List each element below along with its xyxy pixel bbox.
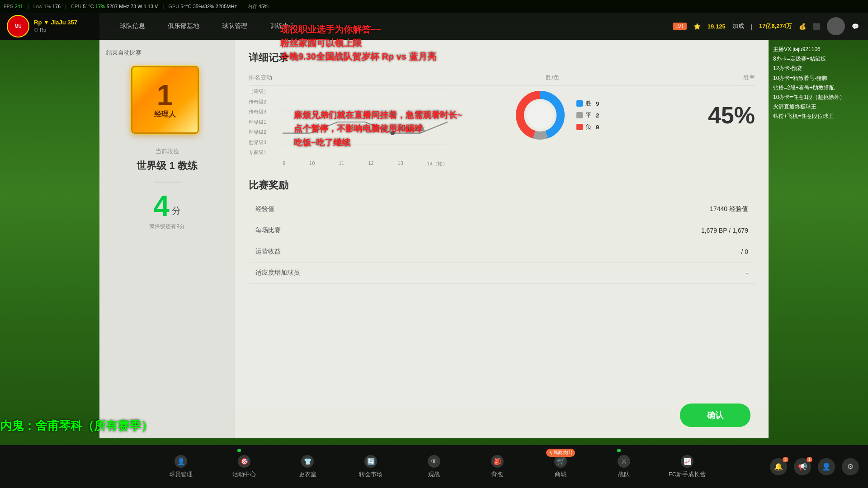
right-chat-item-7: 钻粉+飞机=任意段位球王 xyxy=(773,112,863,121)
confirm-button[interactable]: 确认 xyxy=(680,404,750,427)
player-manage-label: 球员管理 xyxy=(169,470,193,479)
x-label-4: 13 xyxy=(398,160,403,169)
spectate-label: 观战 xyxy=(428,470,440,479)
locker-icon: 👕 xyxy=(301,455,314,468)
nav-locker-room[interactable]: 👕 更衣室 xyxy=(276,445,339,488)
reward-value-3: - xyxy=(339,263,755,284)
points-note: 离保级还有9分 xyxy=(149,223,185,230)
win-rate-pct: 45% xyxy=(656,102,755,129)
nav-transfer[interactable]: 🔄 转会市场 xyxy=(339,445,402,488)
notifications-btn[interactable]: 🔔 2 xyxy=(770,458,787,475)
arrow-icon: ▼ xyxy=(43,19,49,26)
right-chat-item-3: 10办卡=精致看号-猪脚 xyxy=(773,74,863,83)
chart-area: （等级） 传奇级2 传奇级3 世界级1 世界级2 世界级3 专家级1 xyxy=(249,88,755,169)
right-chat-sidebar: 主播VX:jiaju921106 8办卡=定级赛+粘鼠板 12办卡-预赛 10办… xyxy=(773,45,863,122)
right-panel: 详细记录 排名变动 胜/负 胜率 （等级） 传奇级2 传奇级3 世界级1 世界级… xyxy=(235,40,769,438)
nav-training[interactable]: 训练中心 xyxy=(259,13,307,40)
fps-label: FPS xyxy=(4,4,13,9)
svg-text:世界级2教练: 世界级2教练 xyxy=(398,127,425,131)
trophy-area: 1 经理人 xyxy=(131,66,203,138)
nav-fc-growth[interactable]: 📈 FC新手成长营 xyxy=(656,445,719,488)
avatar[interactable] xyxy=(827,17,845,35)
x-label-3: 12 xyxy=(368,160,373,169)
reward-row-2: 运营收益 - / 0 xyxy=(249,241,755,263)
wl-legend: 胜 9 平 2 负 9 xyxy=(576,99,599,131)
right-chat-item-0: 主播VX:jiaju921106 xyxy=(773,45,863,54)
y-label-3: 世界级1 xyxy=(249,119,280,126)
backpack-label: 背包 xyxy=(491,470,503,479)
x-label-0: 9 xyxy=(283,160,285,169)
svg-point-7 xyxy=(390,131,395,135)
reward-label-1: 每场比赛 xyxy=(249,220,339,241)
settings-btn[interactable]: ⚙ xyxy=(842,458,859,475)
nav-club-base[interactable]: 俱乐部基地 xyxy=(156,13,211,40)
profile-btn[interactable]: 👤 xyxy=(818,458,835,475)
loss-count: 9 xyxy=(596,124,599,131)
team-label: 战队 xyxy=(618,470,630,479)
main-dialog: 结束自动比赛 1 经理人 当前段位 世界级 1 教练 4 分 离保级还有9分 详… xyxy=(99,40,769,438)
wl-col: 胜/负 xyxy=(451,74,654,82)
gpu-usage: 35%/32% xyxy=(193,4,214,9)
rank-divider xyxy=(154,182,181,183)
nav-team-manage[interactable]: 球队管理 xyxy=(211,13,259,40)
user-info: Rp ▼ JiaJu 357 ⬡ Rp xyxy=(34,19,77,34)
right-chat-item-1: 8办卡=定级赛+粘鼠板 xyxy=(773,55,863,63)
right-chat-item-2: 12办卡-预赛 xyxy=(773,64,863,73)
alerts-btn[interactable]: 📢 1 xyxy=(794,458,811,475)
total-coins: 17亿6,274万 xyxy=(759,22,792,30)
winrate-col: 胜率 xyxy=(654,74,755,82)
points-big: 4 xyxy=(153,192,170,221)
y-label-6: 专家级1 xyxy=(249,149,280,156)
reward-label-3: 适应度增加球员 xyxy=(249,263,339,284)
detail-title: 详细记录 xyxy=(249,51,755,65)
gpu-display: GPU 54°C 35%/32% 2285MHz xyxy=(168,4,237,9)
shop-label: 商城 xyxy=(555,470,566,479)
mem-label: 内存 xyxy=(247,3,257,10)
win-rate-area: 45% xyxy=(656,88,755,129)
nav-activity[interactable]: 🎯 活动中心 xyxy=(212,445,276,488)
fps-value: 241 xyxy=(14,4,23,9)
y-label-1: 传奇级2 xyxy=(249,99,280,105)
performance-bar: FPS 241 | Low 1% 176 | CPU 51°C 17% 5287… xyxy=(0,0,868,13)
nav-team-info[interactable]: 球队信息 xyxy=(108,13,156,40)
x-label-5: 14（轮） xyxy=(427,160,448,169)
nav-spectate[interactable]: 👁 观战 xyxy=(402,445,466,488)
points-display: 4 分 xyxy=(153,192,181,221)
low-label: Low 1% xyxy=(33,4,51,9)
team-dot xyxy=(617,449,621,452)
win-legend: 胜 9 xyxy=(576,99,599,108)
chat-icon[interactable]: 💬 xyxy=(852,23,859,30)
reward-row-3: 适应度增加球员 - xyxy=(249,263,755,284)
divider: | xyxy=(751,23,752,30)
chart-plot: 世界级2教练 xyxy=(283,88,448,156)
nav-shop[interactable]: 专属商城(1) 🛒 商城 xyxy=(529,445,592,488)
fps-display: FPS 241 xyxy=(4,4,23,9)
backpack-icon: 🎒 xyxy=(491,455,504,468)
nav-bar: 球队信息 俱乐部基地 球队管理 训练中心 LV1 ⭐ 19,125 加成 | 1… xyxy=(99,13,868,40)
rewards-table: 经验值 17440 经验值 每场比赛 1,679 BP / 1,679 运营收益… xyxy=(249,199,755,284)
win-label: 胜 xyxy=(585,99,591,108)
nav-team[interactable]: ⚔ 战队 xyxy=(592,445,656,488)
left-panel: 结束自动比赛 1 经理人 当前段位 世界级 1 教练 4 分 离保级还有9分 xyxy=(99,40,235,438)
rp-label2: Rp xyxy=(40,27,46,33)
draw-legend: 平 2 xyxy=(576,111,599,119)
cpu-label: CPU xyxy=(71,4,81,9)
end-match-button[interactable]: 结束自动比赛 xyxy=(106,49,142,57)
loss-label: 负 xyxy=(585,123,591,131)
nav-player-manage[interactable]: 👤 球员管理 xyxy=(149,445,212,488)
rp-sub: ⬡ Rp xyxy=(34,27,77,33)
nav-items: 球队信息 俱乐部基地 球队管理 训练中心 xyxy=(99,13,316,40)
logo-area: MU Rp ▼ JiaJu 357 ⬡ Rp xyxy=(0,13,99,40)
loss-dot xyxy=(576,124,583,130)
points-unit: 分 xyxy=(172,205,181,217)
y-label-2: 传奇级3 xyxy=(249,108,280,115)
reward-value-0: 17440 经验值 xyxy=(339,199,755,220)
mem-display: 内存 45% xyxy=(247,3,269,10)
login-icon[interactable]: ⬛ xyxy=(813,23,820,30)
bottom-right-icons: 🔔 2 📢 1 👤 ⚙ xyxy=(770,458,859,475)
nav-backpack[interactable]: 🎒 背包 xyxy=(466,445,529,488)
notification-badge: 2 xyxy=(783,457,788,462)
draw-dot xyxy=(576,112,583,118)
x-label-2: 11 xyxy=(339,160,344,169)
rewards-title: 比赛奖励 xyxy=(249,178,755,192)
